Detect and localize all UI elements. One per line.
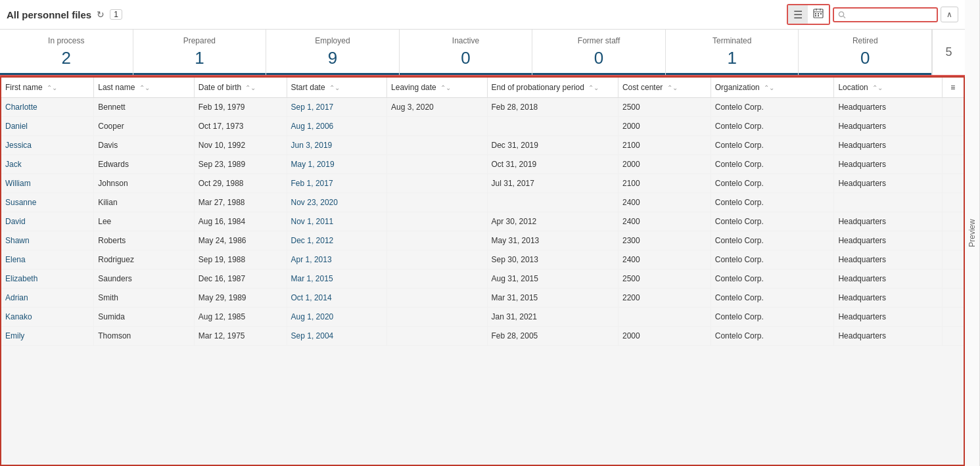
stat-in-process-bar xyxy=(0,73,133,75)
table-row[interactable]: JackEdwardsSep 23, 1989May 1, 2019Oct 31… xyxy=(1,155,964,174)
stat-employed-bar xyxy=(266,73,399,75)
col-header-location[interactable]: Location ⌃⌄ xyxy=(834,78,942,98)
table-row[interactable]: AdrianSmithMay 29, 1989Oct 1, 2014Mar 31… xyxy=(1,289,964,308)
stat-former[interactable]: Former staff 0 xyxy=(532,30,666,75)
table-cell: Headquarters xyxy=(834,269,942,289)
table-cell xyxy=(387,250,488,269)
table-cell[interactable]: Feb 1, 2017 xyxy=(287,174,387,193)
stat-employed[interactable]: Employed 9 xyxy=(266,30,400,75)
table-row[interactable]: KanakoSumidaAug 12, 1985Aug 1, 2020Jan 3… xyxy=(1,308,964,327)
stat-retired[interactable]: Retired 0 xyxy=(799,30,932,75)
table-cell: Sumida xyxy=(94,308,195,327)
calendar-icon xyxy=(813,8,824,18)
table-cell[interactable]: Aug 1, 2020 xyxy=(287,308,387,327)
table-row[interactable]: CharlotteBennettFeb 19, 1979Sep 1, 2017A… xyxy=(1,98,964,117)
table-cell[interactable]: Elena xyxy=(1,250,94,269)
personnel-table: First name ⌃⌄ Last name ⌃⌄ Date of birth… xyxy=(1,78,964,346)
table-row[interactable]: DanielCooperOct 17, 1973Aug 1, 20062000C… xyxy=(1,117,964,136)
table-cell[interactable]: Emily xyxy=(1,327,94,346)
col-header-firstname[interactable]: First name ⌃⌄ xyxy=(1,78,94,98)
col-header-menu[interactable]: ≡ xyxy=(942,78,964,98)
svg-point-9 xyxy=(839,11,843,16)
refresh-icon[interactable]: ↻ xyxy=(97,9,105,20)
table-cell: Oct 31, 2019 xyxy=(487,155,618,174)
table-cell[interactable]: Adrian xyxy=(1,289,94,308)
view-toggle: ☰ xyxy=(787,4,830,25)
table-cell[interactable]: Jun 3, 2019 xyxy=(287,136,387,155)
table-cell[interactable]: May 1, 2019 xyxy=(287,155,387,174)
table-cell[interactable]: Oct 1, 2014 xyxy=(287,289,387,308)
table-cell[interactable]: Kanako xyxy=(1,308,94,327)
table-cell[interactable]: Jessica xyxy=(1,136,94,155)
stat-in-process[interactable]: In process 2 xyxy=(0,30,133,75)
table-cell: Headquarters xyxy=(834,308,942,327)
table-cell: Headquarters xyxy=(834,231,942,250)
table-cell: May 24, 1986 xyxy=(194,231,287,250)
table-cell: Aug 3, 2020 xyxy=(387,98,488,117)
table-cell[interactable]: Apr 1, 2013 xyxy=(287,250,387,269)
table-cell[interactable]: Sep 1, 2017 xyxy=(287,98,387,117)
table-cell[interactable]: Susanne xyxy=(1,193,94,212)
table-cell: Apr 30, 2012 xyxy=(487,212,618,231)
table-cell: 2100 xyxy=(618,136,711,155)
table-cell: Nov 10, 1992 xyxy=(194,136,287,155)
list-view-button[interactable]: ☰ xyxy=(788,5,808,24)
table-cell[interactable]: Sep 1, 2004 xyxy=(287,327,387,346)
table-cell[interactable]: William xyxy=(1,174,94,193)
col-header-dob[interactable]: Date of birth ⌃⌄ xyxy=(194,78,287,98)
table-cell[interactable]: Mar 1, 2015 xyxy=(287,269,387,289)
table-cell xyxy=(942,269,964,289)
col-header-org[interactable]: Organization ⌃⌄ xyxy=(711,78,834,98)
col-header-cost[interactable]: Cost center ⌃⌄ xyxy=(618,78,711,98)
table-cell[interactable]: Elizabeth xyxy=(1,269,94,289)
table-row[interactable]: DavidLeeAug 16, 1984Nov 1, 2011Apr 30, 2… xyxy=(1,212,964,231)
sort-icon-startdate: ⌃⌄ xyxy=(329,84,340,91)
table-cell[interactable]: Nov 1, 2011 xyxy=(287,212,387,231)
table-cell[interactable]: Jack xyxy=(1,155,94,174)
table-cell: Contelo Corp. xyxy=(711,327,834,346)
table-row[interactable]: JessicaDavisNov 10, 1992Jun 3, 2019Dec 3… xyxy=(1,136,964,155)
table-cell: Oct 17, 1973 xyxy=(194,117,287,136)
stat-terminated[interactable]: Terminated 1 xyxy=(666,30,799,75)
stat-retired-label: Retired xyxy=(802,36,928,45)
table-cell: Johnson xyxy=(94,174,195,193)
table-row[interactable]: ElenaRodriguezSep 19, 1988Apr 1, 2013Sep… xyxy=(1,250,964,269)
table-cell[interactable]: Daniel xyxy=(1,117,94,136)
sort-icon-firstname: ⌃⌄ xyxy=(47,84,57,91)
table-cell xyxy=(387,117,488,136)
table-cell: Feb 19, 1979 xyxy=(194,98,287,117)
table-cell: Cooper xyxy=(94,117,195,136)
table-cell[interactable]: Charlotte xyxy=(1,98,94,117)
table-cell[interactable]: David xyxy=(1,212,94,231)
table-cell xyxy=(942,289,964,308)
table-cell: Headquarters xyxy=(834,117,942,136)
table-cell xyxy=(942,136,964,155)
col-header-lastname[interactable]: Last name ⌃⌄ xyxy=(94,78,195,98)
stat-prepared[interactable]: Prepared 1 xyxy=(133,30,267,75)
table-cell: Jan 31, 2021 xyxy=(487,308,618,327)
col-header-leaving[interactable]: Leaving date ⌃⌄ xyxy=(387,78,488,98)
table-cell xyxy=(942,327,964,346)
table-cell[interactable]: Nov 23, 2020 xyxy=(287,193,387,212)
table-cell[interactable]: Shawn xyxy=(1,231,94,250)
table-cell[interactable]: Aug 1, 2006 xyxy=(287,117,387,136)
chevron-up-button[interactable]: ∧ xyxy=(941,7,958,22)
table-cell: Contelo Corp. xyxy=(711,212,834,231)
stat-inactive[interactable]: Inactive 0 xyxy=(400,30,533,75)
search-input[interactable] xyxy=(846,10,933,20)
table-cell[interactable]: Dec 1, 2012 xyxy=(287,231,387,250)
table-cell: 2500 xyxy=(618,269,711,289)
table-row[interactable]: WilliamJohnsonOct 29, 1988Feb 1, 2017Jul… xyxy=(1,174,964,193)
table-cell xyxy=(942,231,964,250)
table-row[interactable]: SusanneKilianMar 27, 1988Nov 23, 2020240… xyxy=(1,193,964,212)
table-row[interactable]: ElizabethSaundersDec 16, 1987Mar 1, 2015… xyxy=(1,269,964,289)
table-cell: Contelo Corp. xyxy=(711,250,834,269)
table-cell xyxy=(387,155,488,174)
table-row[interactable]: EmilyThomsonMar 12, 1975Sep 1, 2004Feb 2… xyxy=(1,327,964,346)
col-header-probation[interactable]: End of probationary period ⌃⌄ xyxy=(487,78,618,98)
table-row[interactable]: ShawnRobertsMay 24, 1986Dec 1, 2012May 3… xyxy=(1,231,964,250)
calendar-view-button[interactable] xyxy=(808,5,829,24)
search-box[interactable] xyxy=(833,7,938,22)
table-cell: Kilian xyxy=(94,193,195,212)
col-header-startdate[interactable]: Start date ⌃⌄ xyxy=(287,78,387,98)
